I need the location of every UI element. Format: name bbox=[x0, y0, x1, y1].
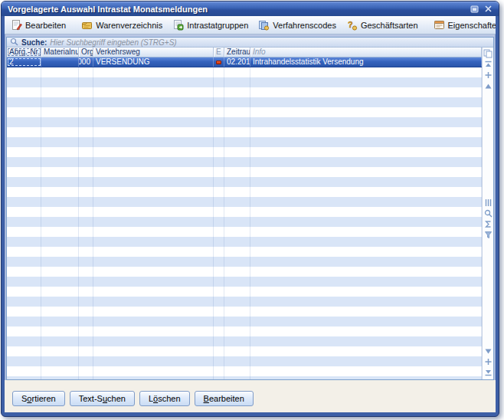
cell-materialnummer[interactable] bbox=[41, 57, 79, 67]
table-empty-row bbox=[7, 167, 482, 177]
table-empty-row bbox=[7, 366, 482, 376]
toolbar-button-label: Intrastatgruppen bbox=[187, 21, 248, 30]
copy-icon[interactable] bbox=[483, 49, 493, 58]
properties-icon bbox=[434, 19, 445, 31]
table-panel: Suche: Hier Suchbegriff eingeben (STRG+S… bbox=[6, 37, 494, 380]
table-empty-row bbox=[7, 67, 482, 77]
columns-icon[interactable] bbox=[483, 198, 493, 207]
toolbar-button-label: Geschäftsarten bbox=[361, 21, 418, 30]
toolbar-button-label: Verfahrenscodes bbox=[273, 21, 336, 30]
search-label: Suche: bbox=[21, 38, 47, 47]
bearbeiten-button[interactable]: Bearbeiten bbox=[195, 391, 254, 406]
table-empty-row bbox=[7, 326, 482, 336]
toolbar-button-label: Bearbeiten bbox=[25, 21, 66, 30]
scroll-to-bottom-icon[interactable] bbox=[483, 368, 493, 377]
table-empty-row bbox=[7, 127, 482, 137]
table-empty-row bbox=[7, 97, 482, 107]
close-icon bbox=[485, 5, 492, 12]
close-button[interactable] bbox=[483, 4, 494, 14]
table-empty-row bbox=[7, 87, 482, 97]
edit-icon bbox=[11, 19, 22, 31]
toolbar-button-eigenschaften[interactable]: Eigenschaften bbox=[430, 17, 496, 33]
table-empty-row bbox=[7, 336, 482, 346]
table-empty-row bbox=[7, 137, 482, 147]
table-empty-row bbox=[7, 117, 482, 127]
toolbar: Bearbeiten Warenverzeichnis Intrastatgru… bbox=[5, 16, 496, 34]
column-header-info[interactable]: Info bbox=[250, 48, 482, 57]
table-empty-row bbox=[7, 177, 482, 187]
cell-e-status[interactable] bbox=[214, 57, 224, 67]
table-empty-row bbox=[7, 207, 482, 217]
toolbar-button-bearbeiten[interactable]: Bearbeiten bbox=[7, 17, 71, 33]
table-empty-row bbox=[7, 77, 482, 87]
procedure-codes-icon bbox=[258, 19, 270, 31]
page-down-icon[interactable] bbox=[483, 357, 493, 366]
window-title: Vorgelagerte Auswahl Intrastat Monatsmel… bbox=[8, 5, 208, 14]
restore-icon bbox=[470, 5, 479, 13]
page-up-icon[interactable] bbox=[483, 71, 493, 80]
table-empty-row bbox=[7, 107, 482, 117]
column-header-e[interactable]: E bbox=[214, 48, 224, 57]
toolbar-button-warenverzeichnis[interactable]: Warenverzeichnis bbox=[77, 17, 168, 33]
search-placeholder: Hier Suchbegriff eingeben (STRG+S) bbox=[50, 38, 176, 47]
cell-zeitraum[interactable]: 02.2014 bbox=[224, 57, 250, 67]
table-empty-row bbox=[7, 197, 482, 207]
table-empty-row bbox=[7, 247, 482, 257]
table-empty-row bbox=[7, 217, 482, 227]
toolbar-button-verfahrenscodes[interactable]: Verfahrenscodes bbox=[254, 17, 342, 33]
table-empty-row bbox=[7, 277, 482, 287]
table-empty-row bbox=[7, 147, 482, 157]
column-header-materialnummer[interactable]: Materialnummer bbox=[41, 48, 79, 57]
table-empty-row bbox=[7, 187, 482, 197]
table-empty-row bbox=[7, 317, 482, 326]
sortieren-button[interactable]: Sortieren bbox=[12, 391, 65, 406]
zoom-icon[interactable] bbox=[483, 208, 493, 218]
column-header-zeitraum[interactable]: Zeitraum bbox=[224, 48, 250, 57]
toolbar-button-intrastatgruppen[interactable]: Intrastatgruppen bbox=[169, 17, 254, 33]
cell-info[interactable]: Intrahandelsstatistik Versendung bbox=[250, 57, 482, 67]
cell-abrg-nr[interactable]: 2 bbox=[7, 57, 41, 67]
column-header-abrg-nr[interactable]: Abrg.-Nr. bbox=[7, 48, 41, 57]
column-header-verkehrsweg[interactable]: Verkehrsweg bbox=[93, 48, 214, 57]
table-empty-row bbox=[7, 257, 482, 267]
table-empty-row bbox=[7, 297, 482, 307]
table-row-selected[interactable]: 2 000 VERSENDUNG 02.2014 Intrahandelssta… bbox=[7, 57, 482, 67]
scroll-to-top-icon[interactable] bbox=[483, 60, 493, 69]
client-area: Bearbeiten Warenverzeichnis Intrastatgru… bbox=[5, 16, 496, 412]
table-empty-row bbox=[7, 376, 482, 379]
business-types-icon: ? bbox=[346, 19, 358, 31]
row-down-icon[interactable] bbox=[483, 346, 493, 356]
table-empty-row bbox=[7, 307, 482, 317]
table-empty-row bbox=[7, 157, 482, 167]
restore-button[interactable] bbox=[469, 4, 480, 14]
footer-bar: Sortieren Text-Suchen Löschen Bearbeiten bbox=[5, 380, 496, 412]
toolbar-button-geschaeftsarten[interactable]: ? Geschäftsarten bbox=[342, 17, 424, 33]
toolbar-button-label: Warenverzeichnis bbox=[96, 21, 162, 30]
table-empty-row bbox=[7, 287, 482, 297]
cell-org[interactable]: 000 bbox=[79, 57, 93, 67]
table-empty-row bbox=[7, 356, 482, 366]
table-empty-row bbox=[7, 346, 482, 356]
loeschen-button[interactable]: Löschen bbox=[139, 391, 190, 406]
table-header: Abrg.-Nr. Materialnummer Org Verkehrsweg… bbox=[7, 48, 482, 57]
filter-icon[interactable] bbox=[483, 230, 493, 239]
column-header-org[interactable]: Org bbox=[79, 48, 93, 57]
table-empty-row bbox=[7, 227, 482, 237]
red-flag-icon bbox=[216, 61, 221, 64]
side-icon-strip bbox=[482, 48, 493, 379]
cell-verkehrsweg[interactable]: VERSENDUNG bbox=[93, 57, 214, 67]
dialog-window: Vorgelagerte Auswahl Intrastat Monatsmel… bbox=[1, 1, 499, 417]
row-up-icon[interactable] bbox=[483, 81, 493, 90]
table-filler-rows bbox=[7, 67, 482, 379]
table-empty-row bbox=[7, 267, 482, 277]
intrastat-groups-icon bbox=[172, 19, 184, 31]
search-bar[interactable]: Suche: Hier Suchbegriff eingeben (STRG+S… bbox=[7, 38, 493, 48]
table-empty-row bbox=[7, 237, 482, 247]
sum-icon[interactable] bbox=[483, 219, 493, 228]
text-suchen-button[interactable]: Text-Suchen bbox=[70, 391, 135, 406]
search-icon bbox=[10, 38, 18, 48]
title-bar: Vorgelagerte Auswahl Intrastat Monatsmel… bbox=[2, 2, 499, 16]
toolbar-button-label: Eigenschaften bbox=[448, 21, 496, 30]
goods-catalog-icon bbox=[81, 19, 93, 31]
